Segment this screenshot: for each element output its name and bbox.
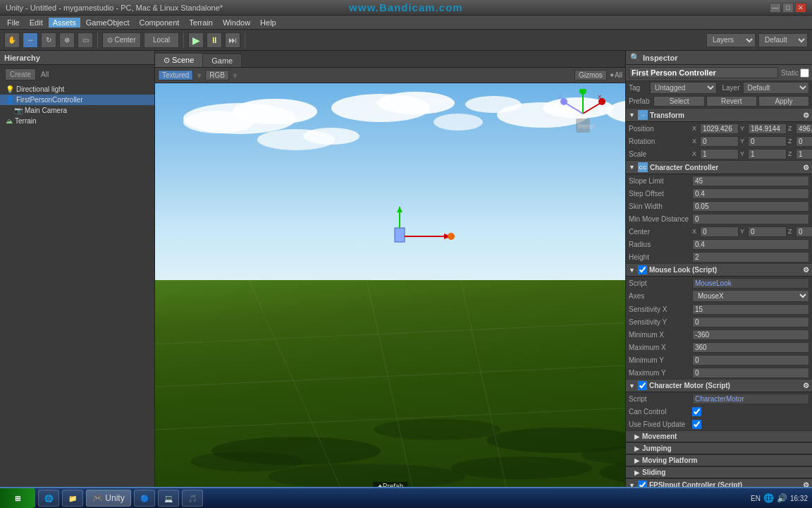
menu-help[interactable]: Help (256, 18, 281, 28)
mouse-look-settings[interactable]: ⚙ (803, 266, 809, 274)
cm-jumping-section[interactable]: ▶ Jumping (626, 442, 812, 454)
scale-z-field[interactable] (796, 149, 812, 159)
hierarchy-item-directional-light[interactable]: 💡 Directional light (0, 84, 154, 95)
rot-z-field[interactable] (796, 136, 812, 147)
ml-maxx-value[interactable] (692, 342, 809, 353)
menu-edit[interactable]: Edit (25, 18, 47, 28)
height-value[interactable] (692, 252, 809, 262)
tag-dropdown[interactable]: Untagged (650, 82, 717, 94)
menu-file[interactable]: File (3, 18, 24, 28)
hierarchy-item-main-camera[interactable]: 📷 Main Camera (0, 105, 154, 116)
start-button[interactable]: ⊞ (0, 488, 35, 508)
transform-settings-icon[interactable]: ⚙ (803, 111, 809, 119)
transform-section-header[interactable]: ▼ ↔ Transform ⚙ (626, 108, 812, 122)
skin-label: Skin Width (629, 202, 692, 210)
maximize-button[interactable]: □ (782, 3, 794, 13)
taskbar-item-unity[interactable]: 🎮 Unity (86, 490, 131, 507)
slope-value[interactable] (692, 176, 809, 186)
pivot-toggle[interactable]: ⊙ Center (102, 32, 141, 48)
hierarchy-item-fps-controller[interactable]: 👤 FirstPersonController (0, 95, 154, 105)
rotate-tool[interactable]: ↻ (41, 32, 56, 48)
hand-tool[interactable]: ✋ (4, 32, 20, 48)
step-button[interactable]: ⏭ (225, 32, 240, 48)
menu-gameobject[interactable]: GameObject (82, 18, 134, 28)
ml-maxy-value[interactable] (692, 368, 809, 378)
textured-tool[interactable]: Textured (158, 70, 193, 80)
ml-axes-label: Axes (629, 292, 692, 300)
char-ctrl-settings[interactable]: ⚙ (803, 164, 809, 171)
viewport[interactable]: X Y Z Persp ✦Prefab (155, 83, 625, 494)
menu-terrain[interactable]: Terrain (185, 18, 217, 28)
rot-x-field[interactable] (700, 136, 739, 147)
minimize-button[interactable]: — (770, 3, 781, 13)
char-motor-settings[interactable]: ⚙ (803, 382, 809, 389)
scale-tool[interactable]: ⊕ (59, 32, 75, 48)
taskbar-network-icon: 🌐 (763, 493, 774, 503)
play-button[interactable]: ▶ (188, 32, 204, 48)
scale-x-field[interactable] (700, 149, 739, 159)
hierarchy-header: Hierarchy (0, 51, 154, 65)
separator-1 (97, 32, 98, 48)
layers-dropdown[interactable]: Layers (706, 33, 756, 47)
ml-miny-value[interactable] (692, 355, 809, 365)
taskbar-item-ie[interactable]: 🌐 (38, 490, 59, 507)
step-value[interactable] (692, 188, 809, 199)
layout-dropdown[interactable]: Default (758, 33, 808, 47)
cm-moving-platform-section[interactable]: ▶ Moving Platform (626, 454, 812, 466)
pos-y-field[interactable] (748, 123, 787, 134)
move-tool[interactable]: ↔ (23, 32, 38, 48)
cm-sliding-section[interactable]: ▶ Sliding (626, 466, 812, 478)
ml-script-value: MouseLook (692, 278, 809, 289)
close-button[interactable]: ✕ (795, 3, 806, 13)
min-move-label: Min Move Distance (629, 215, 692, 223)
center-x[interactable] (700, 226, 739, 237)
radius-value[interactable] (692, 239, 809, 250)
space-toggle[interactable]: Local (144, 32, 179, 48)
taskbar-item-folder[interactable]: 📁 (62, 490, 83, 507)
scene-tabs: ⊙ Scene Game (155, 51, 625, 68)
menu-component[interactable]: Component (135, 18, 183, 28)
char-motor-enabled[interactable] (638, 381, 647, 390)
mouse-look-enabled[interactable] (638, 265, 647, 274)
hierarchy-item-terrain[interactable]: ⛰ Terrain (0, 116, 154, 126)
pos-z-field[interactable] (796, 123, 812, 134)
prefab-apply-btn[interactable]: Apply (758, 96, 809, 107)
mouse-look-section-header[interactable]: ▼ Mouse Look (Script) ⚙ (626, 263, 812, 277)
center-z[interactable] (796, 226, 812, 237)
taskbar-item-vs[interactable]: 💻 (158, 490, 179, 507)
hierarchy-create-btn[interactable]: Create (5, 68, 36, 80)
tag-layer-row: Tag Untagged Layer Default (626, 81, 812, 95)
cm-can-control-check[interactable] (692, 407, 701, 416)
tab-game[interactable]: Game (203, 54, 242, 67)
min-move-value[interactable] (692, 214, 809, 224)
menu-window[interactable]: Window (219, 18, 254, 28)
ml-sensy-value[interactable] (692, 317, 809, 327)
layer-dropdown[interactable]: Default (743, 82, 810, 94)
taskbar-item-chrome[interactable]: 🔵 (134, 490, 155, 507)
char-motor-section-header[interactable]: ▼ Character Motor (Script) ⚙ (626, 379, 812, 392)
menu-assets[interactable]: Assets (49, 18, 80, 28)
center-y[interactable] (748, 226, 787, 237)
rot-y-field[interactable] (748, 136, 787, 147)
ml-axes-dropdown[interactable]: MouseX (692, 290, 809, 302)
static-checkbox[interactable] (800, 68, 809, 78)
ml-script-label: Script (629, 279, 692, 287)
ml-minx-value[interactable] (692, 329, 809, 340)
ml-maxx-row: Maximum X (626, 341, 812, 353)
cm-movement-section[interactable]: ▶ Movement (626, 430, 812, 442)
gizmos-toggle[interactable]: Gizmos (574, 70, 607, 80)
object-name-field[interactable] (629, 67, 778, 78)
skin-value[interactable] (692, 201, 809, 212)
prefab-revert-btn[interactable]: Revert (706, 96, 757, 107)
tab-scene[interactable]: ⊙ Scene (155, 53, 203, 67)
ml-sensx-value[interactable] (692, 304, 809, 315)
char-controller-section-header[interactable]: ▼ CC Character Controller ⚙ (626, 160, 812, 174)
pause-button[interactable]: ⏸ (207, 32, 222, 48)
taskbar-item-misc[interactable]: 🎵 (182, 490, 203, 507)
rgb-tool[interactable]: RGB (205, 70, 229, 80)
pos-x-field[interactable] (700, 123, 739, 134)
scale-y-field[interactable] (748, 149, 787, 159)
prefab-select-btn[interactable]: Select (653, 96, 704, 107)
rect-tool[interactable]: ▭ (78, 32, 93, 48)
cm-fixed-update-check[interactable] (692, 420, 701, 429)
